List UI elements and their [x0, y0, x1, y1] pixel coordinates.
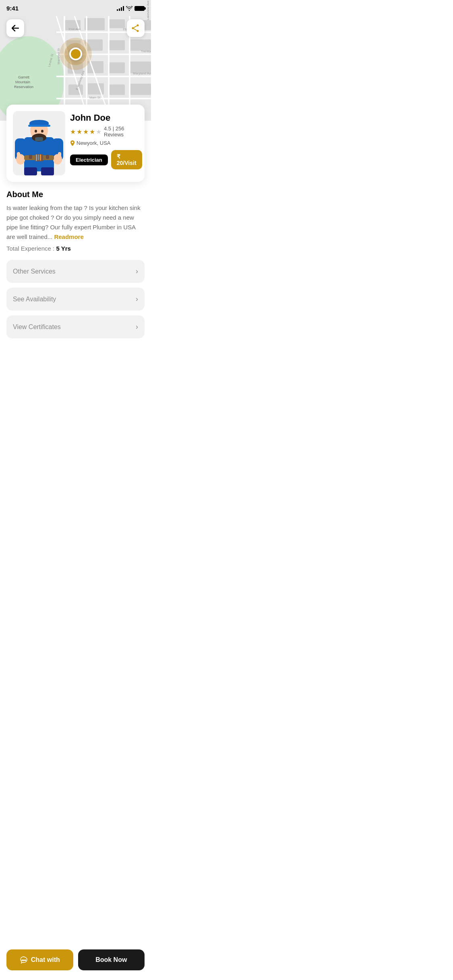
svg-rect-12	[130, 39, 151, 51]
svg-text:Mountain: Mountain	[15, 80, 30, 84]
see-availability-label: See Availability	[13, 296, 56, 303]
experience-row: Total Experience : 5 Yrs	[6, 245, 145, 252]
svg-point-41	[137, 30, 139, 32]
profile-image	[13, 111, 65, 175]
location-pin	[60, 38, 92, 70]
profession-tag: Electrician	[70, 154, 108, 165]
price-badge: ₹ 20/Visit	[111, 150, 142, 169]
share-button[interactable]	[127, 19, 145, 37]
status-time: 9:41	[6, 5, 19, 12]
location-text: Newyork, USA	[77, 140, 111, 146]
svg-point-69	[72, 142, 73, 143]
wifi-icon	[126, 6, 132, 11]
other-services-button[interactable]: Other Services ›	[6, 260, 145, 283]
view-certificates-button[interactable]: View Certificates ›	[6, 315, 145, 338]
content-section: About Me Is water leaking from the tap ?…	[0, 182, 151, 389]
svg-rect-11	[109, 40, 125, 50]
battery-icon	[134, 6, 145, 11]
chevron-right-icon-3: ›	[136, 323, 138, 331]
svg-rect-57	[17, 152, 20, 159]
svg-text:21st Ave: 21st Ave	[68, 27, 81, 31]
share-icon	[132, 24, 140, 32]
star-5: ★	[96, 128, 101, 136]
map-section: Garrett Mountain Reservation	[0, 0, 151, 121]
other-services-label: Other Services	[13, 268, 56, 275]
svg-text:Maryland Ave: Maryland Ave	[133, 72, 151, 75]
chevron-right-icon-2: ›	[136, 295, 138, 303]
view-certificates-label: View Certificates	[13, 323, 61, 331]
svg-text:Main St: Main St	[89, 96, 101, 99]
svg-rect-62	[29, 155, 32, 159]
svg-rect-67	[24, 167, 37, 175]
svg-text:Trenton Ave: Trenton Ave	[141, 49, 151, 53]
experience-value: 5 Yrs	[56, 245, 70, 252]
plumber-avatar	[13, 111, 65, 175]
svg-text:Garrett: Garrett	[18, 75, 30, 79]
star-3: ★	[83, 128, 89, 136]
action-buttons: Other Services › See Availability › View…	[6, 260, 145, 338]
bottom-spacer	[6, 345, 145, 381]
see-availability-button[interactable]: See Availability ›	[6, 288, 145, 311]
svg-rect-59	[58, 152, 61, 159]
star-4: ★	[89, 128, 95, 136]
profile-info: John Doe ★ ★ ★ ★ ★ 4.5 | 256 Reviews New…	[70, 111, 142, 169]
signal-icon	[117, 6, 124, 11]
back-arrow-icon	[12, 25, 19, 31]
chevron-right-icon: ›	[136, 267, 138, 276]
about-text: Is water leaking from the tap ? Is your …	[6, 203, 145, 242]
tag-price-row: Electrician ₹ 20/Visit	[70, 150, 142, 169]
svg-rect-64	[36, 154, 37, 161]
svg-rect-66	[40, 154, 41, 161]
rating-text: 4.5 | 256 Reviews	[104, 126, 142, 138]
svg-rect-49	[28, 125, 50, 127]
svg-point-40	[137, 25, 139, 27]
svg-text:Reservation: Reservation	[14, 85, 33, 89]
status-icons	[117, 6, 145, 11]
read-more-link[interactable]: Readmore	[54, 233, 83, 240]
profile-name: John Doe	[70, 113, 142, 123]
svg-line-44	[134, 29, 137, 31]
svg-rect-7	[109, 19, 125, 28]
svg-rect-20	[130, 84, 151, 95]
svg-rect-19	[110, 84, 125, 95]
star-2: ★	[77, 128, 82, 136]
svg-rect-53	[35, 137, 43, 141]
svg-line-43	[134, 26, 137, 28]
svg-rect-15	[109, 62, 125, 73]
svg-point-42	[132, 27, 134, 29]
svg-rect-6	[85, 18, 105, 30]
svg-point-52	[41, 130, 43, 133]
star-1: ★	[70, 128, 76, 136]
svg-point-51	[35, 130, 37, 133]
svg-rect-68	[41, 167, 54, 175]
back-button[interactable]	[6, 19, 24, 37]
svg-rect-63	[46, 155, 49, 159]
location-row: Newyork, USA	[70, 140, 142, 146]
rating-row: ★ ★ ★ ★ ★ 4.5 | 256 Reviews	[70, 126, 142, 138]
star-rating: ★ ★ ★ ★ ★	[70, 128, 101, 136]
location-icon	[70, 140, 75, 146]
status-bar: 9:41	[0, 0, 151, 15]
svg-rect-65	[38, 154, 39, 160]
profile-card: John Doe ★ ★ ★ ★ ★ 4.5 | 256 Reviews New…	[6, 105, 145, 182]
about-title: About Me	[6, 190, 145, 199]
